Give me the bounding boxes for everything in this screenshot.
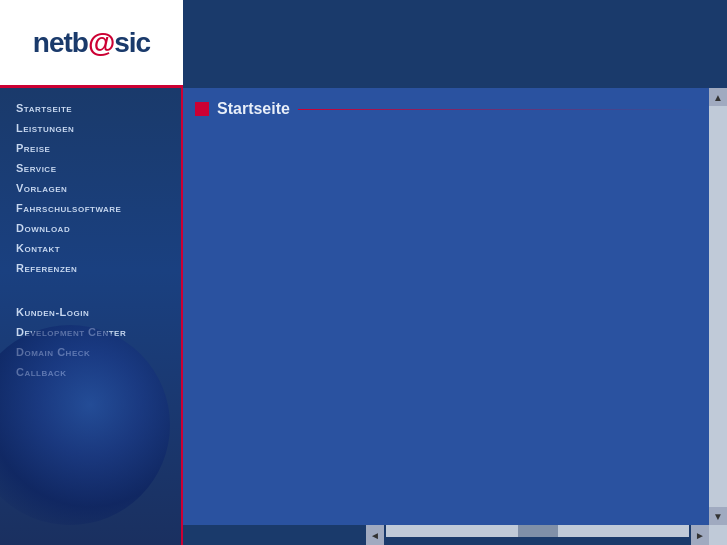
nav-divider (0, 286, 181, 302)
logo-at: @ (88, 27, 114, 58)
header-indicator (195, 102, 209, 116)
page-title: Startseite (217, 100, 290, 118)
sidebar-item-domain-check[interactable]: Domain Check (0, 342, 181, 362)
header-divider (298, 109, 697, 110)
header: netb@sic (0, 0, 727, 88)
scroll-right-button[interactable]: ► (691, 525, 709, 545)
primary-nav: Startseite Leistungen Preise Service Vor… (0, 98, 181, 278)
secondary-nav: Kunden-Login Development Center Domain C… (0, 302, 181, 382)
vertical-scrollbar[interactable]: ▲ ▼ (709, 88, 727, 525)
sidebar-item-development-center[interactable]: Development Center (0, 322, 181, 342)
content-header: Startseite (195, 100, 697, 118)
horizontal-scrollbar-container: ◄ ► (183, 525, 727, 545)
sidebar-item-fahrschulsoftware[interactable]: Fahrschulsoftware (0, 198, 181, 218)
corner-fill (709, 525, 727, 545)
header-banner (183, 0, 727, 88)
sidebar-item-leistungen[interactable]: Leistungen (0, 118, 181, 138)
hscroll-thumb[interactable] (518, 525, 558, 537)
content-body (195, 128, 697, 478)
logo-area: netb@sic (0, 0, 183, 88)
hscroll-track[interactable] (386, 525, 689, 537)
logo: netb@sic (33, 27, 150, 59)
sidebar-item-kontakt[interactable]: Kontakt (0, 238, 181, 258)
sidebar-item-vorlagen[interactable]: Vorlagen (0, 178, 181, 198)
sidebar: Startseite Leistungen Preise Service Vor… (0, 88, 183, 545)
sidebar-bottom-fill (183, 525, 366, 545)
sidebar-item-referenzen[interactable]: Referenzen (0, 258, 181, 278)
logo-suffix: sic (114, 27, 150, 58)
main-content: Startseite (183, 88, 709, 525)
sidebar-item-preise[interactable]: Preise (0, 138, 181, 158)
sidebar-item-callback[interactable]: Callback (0, 362, 181, 382)
sidebar-item-kunden-login[interactable]: Kunden-Login (0, 302, 181, 322)
scroll-down-button[interactable]: ▼ (709, 507, 727, 525)
scroll-up-button[interactable]: ▲ (709, 88, 727, 106)
scroll-left-button[interactable]: ◄ (366, 525, 384, 545)
sidebar-item-download[interactable]: Download (0, 218, 181, 238)
logo-prefix: netb (33, 27, 88, 58)
main-area: Startseite Leistungen Preise Service Vor… (0, 88, 727, 545)
sidebar-item-service[interactable]: Service (0, 158, 181, 178)
sidebar-item-startseite[interactable]: Startseite (0, 98, 181, 118)
vscroll-track (711, 106, 725, 507)
